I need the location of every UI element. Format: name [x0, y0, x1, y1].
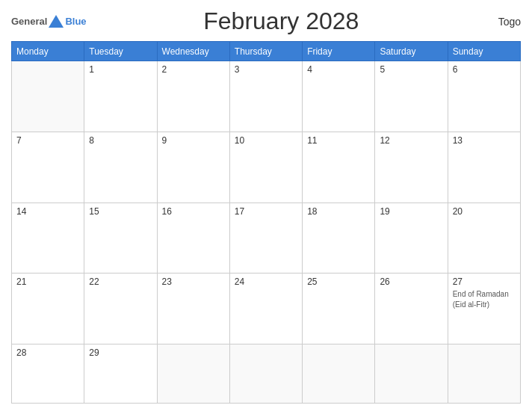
table-row: 14 — [12, 203, 84, 274]
table-row: 15 — [84, 203, 157, 274]
col-sunday: Sunday — [448, 42, 520, 61]
table-row: 5 — [375, 61, 448, 132]
day-number: 10 — [235, 135, 297, 146]
calendar-table: Monday Tuesday Wednesday Thursday Friday… — [11, 41, 521, 404]
table-row: 13 — [448, 132, 520, 203]
day-number: 27 — [453, 276, 516, 287]
calendar-week-row: 14151617181920 — [12, 203, 521, 274]
table-row: 28 — [12, 344, 84, 404]
day-number: 25 — [307, 276, 370, 287]
header: General Blue February 2028 Togo — [11, 7, 521, 35]
table-row: 29 — [84, 344, 157, 404]
day-number: 22 — [89, 276, 152, 287]
table-row: 25 — [303, 274, 375, 344]
day-number: 24 — [235, 276, 297, 287]
table-row: 27End of Ramadan (Eid al-Fitr) — [448, 274, 520, 344]
day-number: 28 — [16, 347, 79, 358]
table-row: 4 — [303, 61, 375, 132]
table-row: 1 — [84, 61, 157, 132]
day-number: 2 — [162, 64, 225, 75]
day-number: 29 — [89, 347, 152, 358]
table-row: 9 — [157, 132, 229, 203]
month-title: February 2028 — [87, 7, 476, 35]
day-number: 21 — [16, 276, 79, 287]
col-monday: Monday — [12, 42, 84, 61]
day-number: 8 — [89, 135, 152, 146]
table-row — [303, 344, 375, 404]
table-row — [157, 344, 229, 404]
table-row — [448, 344, 520, 404]
day-number: 6 — [453, 64, 516, 75]
table-row: 3 — [229, 61, 302, 132]
col-wednesday: Wednesday — [157, 42, 229, 61]
table-row: 2 — [157, 61, 229, 132]
logo-general-text: General — [11, 16, 47, 27]
table-row: 10 — [229, 132, 302, 203]
day-number: 16 — [162, 206, 225, 217]
day-number: 4 — [307, 64, 370, 75]
col-thursday: Thursday — [229, 42, 302, 61]
day-number: 7 — [16, 135, 79, 146]
table-row — [12, 61, 84, 132]
day-number: 3 — [235, 64, 297, 75]
table-row: 6 — [448, 61, 520, 132]
table-row: 8 — [84, 132, 157, 203]
col-saturday: Saturday — [375, 42, 448, 61]
day-number: 20 — [453, 206, 516, 217]
table-row: 24 — [229, 274, 302, 344]
table-row: 12 — [375, 132, 448, 203]
table-row: 18 — [303, 203, 375, 274]
day-number: 13 — [453, 135, 516, 146]
table-row: 21 — [12, 274, 84, 344]
day-number: 14 — [16, 206, 79, 217]
table-row: 22 — [84, 274, 157, 344]
calendar-week-row: 78910111213 — [12, 132, 521, 203]
day-number: 11 — [307, 135, 370, 146]
table-row: 19 — [375, 203, 448, 274]
col-tuesday: Tuesday — [84, 42, 157, 61]
logo-blue-text: Blue — [65, 16, 86, 27]
day-number: 15 — [89, 206, 152, 217]
table-row: 11 — [303, 132, 375, 203]
calendar-week-row: 2829 — [12, 344, 521, 404]
calendar-week-row: 21222324252627End of Ramadan (Eid al-Fit… — [12, 274, 521, 344]
col-friday: Friday — [303, 42, 375, 61]
country-label: Togo — [476, 16, 521, 28]
day-number: 17 — [235, 206, 297, 217]
calendar-page: General Blue February 2028 Togo Monday T… — [0, 0, 532, 411]
day-number: 23 — [162, 276, 225, 287]
table-row: 20 — [448, 203, 520, 274]
logo: General Blue — [11, 15, 87, 28]
table-row — [375, 344, 448, 404]
table-row: 17 — [229, 203, 302, 274]
day-number: 19 — [380, 206, 442, 217]
table-row: 26 — [375, 274, 448, 344]
day-number: 18 — [307, 206, 370, 217]
day-number: 12 — [380, 135, 442, 146]
table-row: 16 — [157, 203, 229, 274]
day-number: 9 — [162, 135, 225, 146]
table-row — [229, 344, 302, 404]
day-number: 26 — [380, 276, 442, 287]
day-number: 1 — [89, 64, 152, 75]
table-row: 23 — [157, 274, 229, 344]
calendar-week-row: 123456 — [12, 61, 521, 132]
day-number: 5 — [380, 64, 442, 75]
table-row: 7 — [12, 132, 84, 203]
calendar-header-row: Monday Tuesday Wednesday Thursday Friday… — [12, 42, 521, 61]
logo-triangle-icon — [49, 15, 64, 28]
calendar-event: End of Ramadan (Eid al-Fitr) — [453, 290, 509, 309]
